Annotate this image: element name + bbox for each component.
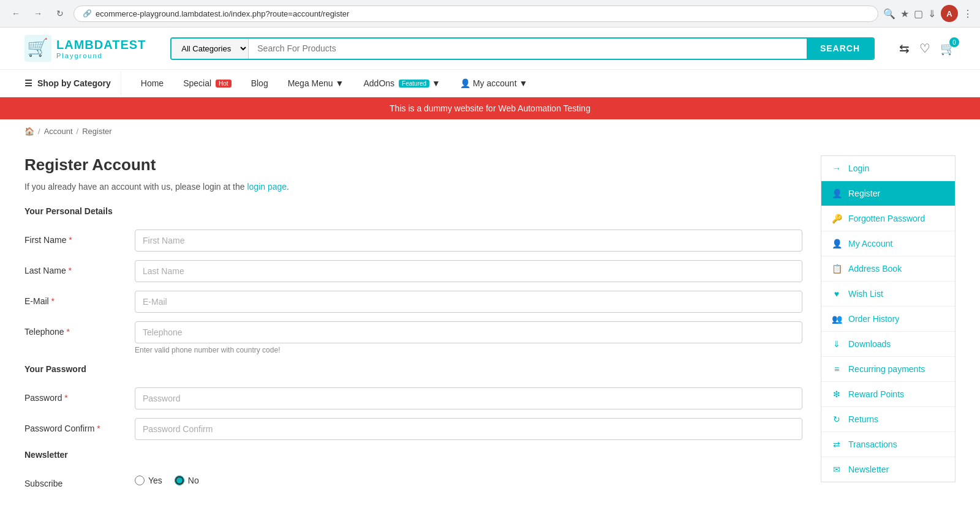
breadcrumb-account[interactable]: Account bbox=[44, 127, 73, 136]
sidebar-returns-label: Returns bbox=[848, 414, 878, 424]
password-confirm-group: Password Confirm * bbox=[24, 418, 802, 440]
sidebar-address-book-label: Address Book bbox=[848, 264, 902, 274]
sidebar-item-reward-points[interactable]: ❇ Reward Points bbox=[821, 382, 955, 407]
subscribe-yes-radio[interactable] bbox=[135, 476, 145, 485]
special-badge: Hot bbox=[216, 80, 232, 88]
login-page-link[interactable]: login page bbox=[247, 182, 287, 192]
featured-badge: Featured bbox=[399, 80, 429, 88]
chevron-down-icon: ▼ bbox=[336, 78, 344, 88]
register-icon: 👤 bbox=[831, 189, 842, 198]
breadcrumb-register: Register bbox=[82, 127, 111, 136]
sidebar-order-history-label: Order History bbox=[848, 314, 899, 324]
address-bar[interactable]: 🔗 ecommerce-playground.lambdatest.io/ind… bbox=[74, 6, 878, 22]
cart-badge: 0 bbox=[949, 37, 959, 47]
required-marker: * bbox=[69, 266, 72, 275]
subscribe-yes-label[interactable]: Yes bbox=[135, 476, 162, 485]
password-group: Password * bbox=[24, 387, 802, 409]
telephone-input-wrapper: Enter valid phone number with country co… bbox=[135, 321, 802, 354]
sidebar-item-forgotten-password[interactable]: 🔑 Forgotten Password bbox=[821, 206, 955, 231]
bookmark-btn[interactable]: ★ bbox=[900, 8, 909, 20]
sidebar-item-downloads[interactable]: ⇓ Downloads bbox=[821, 332, 955, 357]
sidebar-item-my-account[interactable]: 👤 My Account bbox=[821, 231, 955, 256]
required-marker: * bbox=[67, 327, 70, 337]
password-label: Password * bbox=[24, 387, 135, 403]
search-browser-btn[interactable]: 🔍 bbox=[883, 8, 895, 20]
required-marker: * bbox=[69, 235, 72, 245]
downloads-icon: ⇓ bbox=[831, 339, 842, 349]
telephone-input[interactable] bbox=[135, 321, 802, 343]
subscribe-no-radio[interactable] bbox=[175, 476, 184, 485]
nav-mega-menu-label: Mega Menu bbox=[288, 78, 333, 88]
sidebar-transactions-label: Transactions bbox=[848, 439, 897, 449]
nav-mega-menu[interactable]: Mega Menu ▼ bbox=[278, 70, 354, 97]
required-marker: * bbox=[64, 393, 67, 403]
sidebar-item-recurring-payments[interactable]: ≡ Recurring payments bbox=[821, 357, 955, 382]
subscribe-radio-group: Yes No bbox=[135, 473, 199, 485]
logo-name: LAMBDATEST bbox=[56, 38, 146, 52]
breadcrumb-sep-1: / bbox=[38, 127, 40, 136]
sidebar-item-address-book[interactable]: 📋 Address Book bbox=[821, 256, 955, 282]
newsletter-section-title: Newsletter bbox=[24, 450, 802, 463]
reload-button[interactable]: ↻ bbox=[51, 5, 69, 22]
sidebar-item-returns[interactable]: ↻ Returns bbox=[821, 407, 955, 432]
nav-addons[interactable]: AddOns Featured ▼ bbox=[353, 70, 450, 97]
logo-icon: 🛒 bbox=[24, 35, 51, 62]
search-bar: All Categories SEARCH bbox=[170, 37, 875, 60]
email-input[interactable] bbox=[135, 291, 802, 313]
download-btn[interactable]: ⇓ bbox=[928, 8, 936, 20]
first-name-input[interactable] bbox=[135, 230, 802, 252]
logo[interactable]: 🛒 LAMBDATEST Playground bbox=[24, 35, 146, 62]
breadcrumb-sep-2: / bbox=[77, 127, 79, 136]
category-select[interactable]: All Categories bbox=[172, 39, 249, 59]
sidebar-forgotten-password-label: Forgotten Password bbox=[848, 214, 925, 223]
nav-my-account-label: My account bbox=[473, 78, 517, 88]
last-name-input[interactable] bbox=[135, 260, 802, 282]
cart-btn[interactable]: 🛒 0 bbox=[940, 41, 956, 56]
sidebar-my-account-label: My Account bbox=[848, 239, 892, 248]
sidebar-newsletter-label: Newsletter bbox=[848, 465, 889, 474]
first-name-group: First Name * bbox=[24, 230, 802, 252]
sidebar: → Login 👤 Register 🔑 Forgotten Password … bbox=[821, 155, 956, 497]
nav-my-account[interactable]: 👤 My account ▼ bbox=[450, 70, 537, 97]
nav-blog[interactable]: Blog bbox=[241, 70, 278, 97]
sidebar-menu: → Login 👤 Register 🔑 Forgotten Password … bbox=[821, 155, 956, 482]
key-icon: 🔑 bbox=[831, 214, 842, 223]
breadcrumb-home[interactable]: 🏠 bbox=[24, 127, 34, 136]
shop-by-category-btn[interactable]: ☰ Shop by Category bbox=[24, 71, 121, 95]
nav-special[interactable]: Special Hot bbox=[173, 70, 241, 97]
password-confirm-input[interactable] bbox=[135, 418, 802, 440]
sidebar-item-wish-list[interactable]: ♥ Wish List bbox=[821, 282, 955, 307]
sidebar-item-newsletter[interactable]: ✉ Newsletter bbox=[821, 457, 955, 482]
sidebar-item-transactions[interactable]: ⇄ Transactions bbox=[821, 432, 955, 457]
user-avatar[interactable]: A bbox=[941, 5, 958, 22]
subscribe-no-label[interactable]: No bbox=[175, 476, 199, 485]
wish-list-icon: ♥ bbox=[831, 289, 842, 299]
sidebar-item-register[interactable]: 👤 Register bbox=[821, 181, 955, 206]
password-input[interactable] bbox=[135, 387, 802, 409]
email-group: E-Mail * bbox=[24, 291, 802, 313]
exchange-icon-btn[interactable]: ⇆ bbox=[899, 41, 910, 56]
nav-special-label: Special bbox=[183, 78, 211, 88]
cast-btn[interactable]: ▢ bbox=[914, 8, 923, 20]
no-text: No bbox=[188, 476, 199, 485]
sidebar-item-order-history[interactable]: 👥 Order History bbox=[821, 307, 955, 332]
menu-btn[interactable]: ⋮ bbox=[963, 8, 973, 20]
subscribe-group: Subscribe Yes No bbox=[24, 473, 802, 488]
sidebar-login-label: Login bbox=[848, 163, 869, 173]
nav-home[interactable]: Home bbox=[131, 70, 173, 97]
recurring-payments-icon: ≡ bbox=[831, 364, 842, 374]
forward-button[interactable]: → bbox=[29, 5, 47, 22]
my-account-icon: 👤 bbox=[831, 239, 842, 248]
main-content: Register Account If you already have an … bbox=[0, 143, 980, 519]
search-input[interactable] bbox=[249, 39, 807, 59]
category-btn-label: Shop by Category bbox=[37, 78, 111, 88]
search-button[interactable]: SEARCH bbox=[807, 39, 873, 59]
sidebar-item-login[interactable]: → Login bbox=[821, 156, 955, 181]
back-button[interactable]: ← bbox=[7, 5, 24, 22]
wishlist-btn[interactable]: ♡ bbox=[919, 41, 930, 56]
first-name-label: First Name * bbox=[24, 230, 135, 245]
order-history-icon: 👥 bbox=[831, 314, 842, 324]
page-title: Register Account bbox=[24, 155, 802, 174]
nav-addons-label: AddOns bbox=[363, 78, 394, 88]
reward-points-icon: ❇ bbox=[831, 389, 842, 399]
